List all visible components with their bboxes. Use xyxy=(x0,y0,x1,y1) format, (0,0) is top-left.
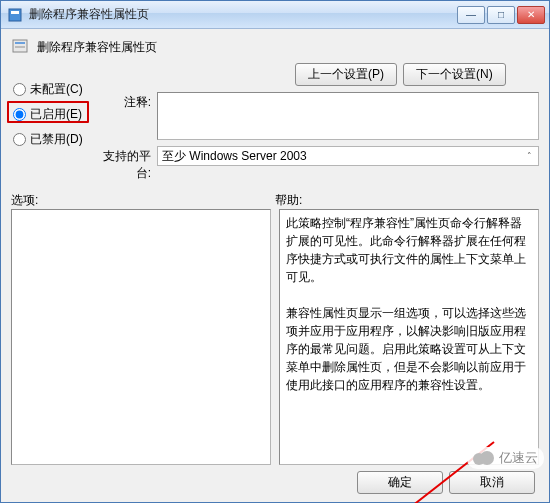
radio-group: 未配置(C) 已启用(E) 已禁用(D) xyxy=(11,63,89,148)
remark-textarea[interactable] xyxy=(157,92,539,140)
radio-not-configured-label: 未配置(C) xyxy=(30,81,83,98)
dialog-window: 删除程序兼容性属性页 — □ ✕ 删除程序兼容性属性页 未配置(C) 已启用(E… xyxy=(0,0,550,503)
ok-button[interactable]: 确定 xyxy=(357,471,443,494)
right-column: 上一个设置(P) 下一个设置(N) 注释: 支持的平台: 至少 Windows … xyxy=(95,63,539,182)
cancel-button[interactable]: 取消 xyxy=(449,471,535,494)
top-row: 未配置(C) 已启用(E) 已禁用(D) 上一个设置(P) 下一个设置(N) xyxy=(11,63,539,182)
pane-labels: 选项: 帮助: xyxy=(11,182,539,209)
window-title: 删除程序兼容性属性页 xyxy=(29,6,457,23)
options-pane[interactable] xyxy=(11,209,271,465)
radio-not-configured-input[interactable] xyxy=(13,83,26,96)
remark-row: 注释: xyxy=(95,92,539,140)
header: 删除程序兼容性属性页 xyxy=(11,35,539,63)
window-controls: — □ ✕ xyxy=(457,6,545,24)
nav-buttons: 上一个设置(P) 下一个设置(N) xyxy=(95,63,539,86)
titlebar[interactable]: 删除程序兼容性属性页 — □ ✕ xyxy=(1,1,549,29)
app-icon xyxy=(7,7,23,23)
help-paragraph-1: 此策略控制“程序兼容性”属性页命令行解释器扩展的可见性。此命令行解释器扩展在任何… xyxy=(286,214,532,286)
platform-value: 至少 Windows Server 2003 xyxy=(162,148,307,165)
cloud-icon xyxy=(473,451,495,465)
panes: 此策略控制“程序兼容性”属性页命令行解释器扩展的可见性。此命令行解释器扩展在任何… xyxy=(11,209,539,465)
radio-disabled[interactable]: 已禁用(D) xyxy=(13,131,85,148)
prev-setting-button[interactable]: 上一个设置(P) xyxy=(295,63,397,86)
policy-icon xyxy=(11,37,31,57)
radio-disabled-label: 已禁用(D) xyxy=(30,131,83,148)
radio-enabled-label: 已启用(E) xyxy=(30,106,82,123)
options-label: 选项: xyxy=(11,192,275,209)
radio-enabled[interactable]: 已启用(E) xyxy=(13,106,85,123)
help-paragraph-2: 兼容性属性页显示一组选项，可以选择这些选项并应用于应用程序，以解决影响旧版应用程… xyxy=(286,304,532,394)
help-label: 帮助: xyxy=(275,192,539,209)
radio-disabled-input[interactable] xyxy=(13,133,26,146)
minimize-button[interactable]: — xyxy=(457,6,485,24)
footer: 确定 取消 xyxy=(11,465,539,496)
remark-label: 注释: xyxy=(95,92,151,111)
next-setting-button[interactable]: 下一个设置(N) xyxy=(403,63,506,86)
platform-label: 支持的平台: xyxy=(95,146,151,182)
caret-icon: ˄ xyxy=(522,149,536,163)
platform-field[interactable]: 至少 Windows Server 2003 ˄ xyxy=(157,146,539,166)
help-pane[interactable]: 此策略控制“程序兼容性”属性页命令行解释器扩展的可见性。此命令行解释器扩展在任何… xyxy=(279,209,539,465)
maximize-button[interactable]: □ xyxy=(487,6,515,24)
close-button[interactable]: ✕ xyxy=(517,6,545,24)
watermark-text: 亿速云 xyxy=(499,449,538,467)
svg-rect-4 xyxy=(15,46,25,48)
radio-not-configured[interactable]: 未配置(C) xyxy=(13,81,85,98)
page-title: 删除程序兼容性属性页 xyxy=(37,37,157,56)
content-area: 删除程序兼容性属性页 未配置(C) 已启用(E) 已禁用(D) xyxy=(1,29,549,502)
svg-rect-0 xyxy=(9,9,21,21)
watermark: 亿速云 xyxy=(467,447,544,469)
svg-rect-1 xyxy=(11,11,19,14)
platform-row: 支持的平台: 至少 Windows Server 2003 ˄ xyxy=(95,146,539,182)
radio-enabled-input[interactable] xyxy=(13,108,26,121)
svg-rect-3 xyxy=(15,42,25,44)
